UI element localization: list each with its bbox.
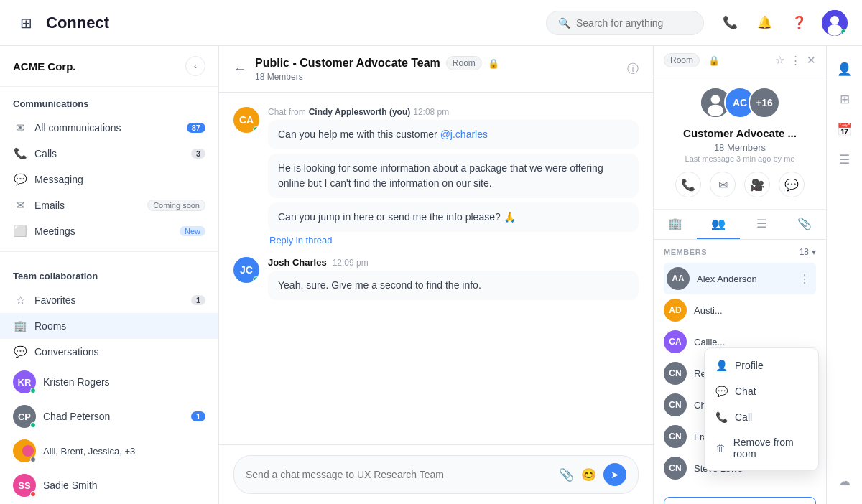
back-button[interactable]: ← <box>233 62 246 77</box>
context-menu-remove[interactable]: 🗑 Remove from room <box>705 430 818 466</box>
panel-lock-icon: 🔒 <box>708 55 720 66</box>
lock-icon: 🔒 <box>488 58 499 69</box>
josh-online-dot <box>253 276 259 283</box>
panel-room-tag: Room <box>664 53 700 67</box>
chad-status-dot <box>30 422 36 428</box>
chat-main: ← Public - Customer Advocate Team Room 🔒… <box>219 46 654 504</box>
member-avatar-reub: CN <box>664 362 687 385</box>
conv-item-chad[interactable]: CP Chad Peterson 1 <box>0 399 218 434</box>
meetings-new-badge: New <box>180 226 205 236</box>
favorites-icon: ☆ <box>13 293 27 307</box>
conv-item-alli[interactable]: Alli, Brent, Jessica, +3 <box>0 434 218 468</box>
member-avatar-austi: AD <box>664 299 687 322</box>
reply-in-thread-link[interactable]: Reply in thread <box>268 235 639 246</box>
calls-icon: 📞 <box>13 146 27 161</box>
panel-call-button[interactable]: 📞 <box>675 172 701 197</box>
right-bar-contacts[interactable]: 👤 <box>832 56 858 82</box>
conversations-label: Conversations <box>34 346 205 358</box>
panel-tab-attachment[interactable]: 📎 <box>783 210 826 239</box>
member-avatar-alex: AA <box>667 267 690 290</box>
conv-item-sadie[interactable]: SS Sadie Smith <box>0 468 218 503</box>
all-comms-icon: ✉ <box>13 121 27 135</box>
help-icon[interactable]: ❓ <box>787 11 810 34</box>
panel-chat-button[interactable]: 💬 <box>779 172 805 197</box>
nav-item-messaging[interactable]: 💬 Messaging <box>0 167 218 192</box>
rooms-icon: 🏢 <box>13 319 27 333</box>
member-avatar-frank: CN <box>664 425 687 448</box>
message-group-1: CA Chat from Cindy Applesworth (you) 12:… <box>233 107 639 246</box>
left-sidebar: ACME Corp. ‹ Communications ✉ All commun… <box>0 46 219 504</box>
members-header: MEMBERS 18 ▾ <box>664 247 816 257</box>
right-bar-table[interactable]: ⊞ <box>832 86 858 112</box>
meetings-icon: ⬜ <box>13 224 27 238</box>
phone-icon[interactable]: 📞 <box>718 11 741 34</box>
member-item-austi[interactable]: AD Austi... <box>664 294 816 326</box>
all-comms-label: All communications <box>34 122 180 134</box>
conv-avatar-kristen: KR <box>13 370 36 393</box>
bell-icon[interactable]: 🔔 <box>753 11 776 34</box>
panel-tab-building[interactable]: 🏢 <box>654 210 697 239</box>
nav-item-all-comms[interactable]: ✉ All communications 87 <box>0 115 218 141</box>
user-avatar[interactable] <box>822 10 848 36</box>
chat-input[interactable] <box>246 469 552 480</box>
chat-subtitle: 18 Members <box>255 72 618 82</box>
josh-bubbles: Yeah, sure. Give me a second to find the… <box>268 271 639 300</box>
nav-item-meetings[interactable]: ⬜ Meetings New <box>0 218 218 244</box>
favorites-label: Favorites <box>34 294 184 306</box>
panel-room-name: Customer Advocate ... <box>683 127 797 139</box>
panel-members-count: 18 Members <box>714 142 766 153</box>
emoji-button[interactable]: 😊 <box>581 467 596 482</box>
panel-profile-section: AC +16 Customer Advocate ... 18 Members … <box>654 75 826 210</box>
cindy-bubble-3: Can you jump in here or send me the info… <box>268 202 639 232</box>
right-panel-header: Room 🔒 ☆ ⋮ ✕ <box>654 46 826 75</box>
josh-bubble-1: Yeah, sure. Give me a second to find the… <box>268 271 639 300</box>
right-bar-calendar[interactable]: 📅 <box>832 116 858 142</box>
search-icon: 🔍 <box>558 17 570 29</box>
context-menu-chat[interactable]: 💬 Chat <box>705 378 818 404</box>
panel-video-button[interactable]: 🎥 <box>744 172 770 197</box>
right-bar-list[interactable]: ☰ <box>832 146 858 172</box>
member-avatar-steve: CN <box>664 457 687 480</box>
cindy-bubble-2: He is looking for some information about… <box>268 154 639 198</box>
alli-status-dot <box>30 457 36 462</box>
right-icon-bar: 👤 ⊞ 📅 ☰ ☁ <box>826 46 862 504</box>
attachment-button[interactable]: 📎 <box>559 467 574 482</box>
search-input[interactable] <box>576 17 691 29</box>
panel-tab-list[interactable]: ☰ <box>740 210 783 239</box>
top-header: ⊞ Connect 🔍 📞 🔔 ❓ <box>0 0 862 46</box>
search-bar: 🔍 <box>546 11 704 35</box>
panel-star-button[interactable]: ☆ <box>775 54 784 67</box>
grid-icon[interactable]: ⊞ <box>14 11 37 34</box>
conv-item-kristen[interactable]: KR Kristen Rogers <box>0 365 218 399</box>
josh-sender-name: Josh Charles <box>268 257 327 268</box>
add-members-button[interactable]: Add Members <box>664 497 816 504</box>
kristen-status-dot <box>30 388 36 393</box>
sidebar-header: ACME Corp. ‹ <box>0 46 218 87</box>
panel-tab-people[interactable]: 👥 <box>697 210 740 239</box>
context-menu-call[interactable]: 📞 Call <box>705 404 818 430</box>
app-container: ⊞ Connect 🔍 📞 🔔 ❓ ACME Corp. ‹ Communica… <box>0 0 862 504</box>
nav-item-emails[interactable]: ✉ Emails Coming soon <box>0 192 218 218</box>
context-profile-label: Profile <box>735 360 764 371</box>
send-button[interactable]: ➤ <box>603 463 626 486</box>
user-online-dot <box>840 29 847 35</box>
conv-name-sadie: Sadie Smith <box>43 480 205 491</box>
chat-info-button[interactable]: ⓘ <box>627 62 639 77</box>
context-menu-profile[interactable]: 👤 Profile <box>705 353 818 378</box>
right-bar-cloud[interactable]: ☁ <box>832 468 858 494</box>
sidebar-collapse-button[interactable]: ‹ <box>185 56 205 76</box>
panel-close-button[interactable]: ✕ <box>807 54 816 67</box>
panel-more-button[interactable]: ⋮ <box>790 54 801 67</box>
chat-input-area: 📎 😊 ➤ <box>219 444 653 504</box>
chad-badge: 1 <box>191 411 205 421</box>
member-avatar-callie: CA <box>664 330 687 353</box>
panel-email-button[interactable]: ✉ <box>710 172 736 197</box>
messaging-icon: 💬 <box>13 172 27 187</box>
nav-item-calls[interactable]: 📞 Calls 3 <box>0 141 218 167</box>
alex-more-button[interactable]: ⋮ <box>796 271 813 287</box>
nav-item-conversations[interactable]: 💬 Conversations <box>0 339 218 365</box>
nav-item-favorites[interactable]: ☆ Favorites 1 <box>0 287 218 313</box>
member-item-alex[interactable]: AA Alex Anderson ⋮ <box>664 263 816 294</box>
members-count-badge: 18 ▾ <box>800 247 816 257</box>
nav-item-rooms[interactable]: 🏢 Rooms <box>0 313 218 339</box>
